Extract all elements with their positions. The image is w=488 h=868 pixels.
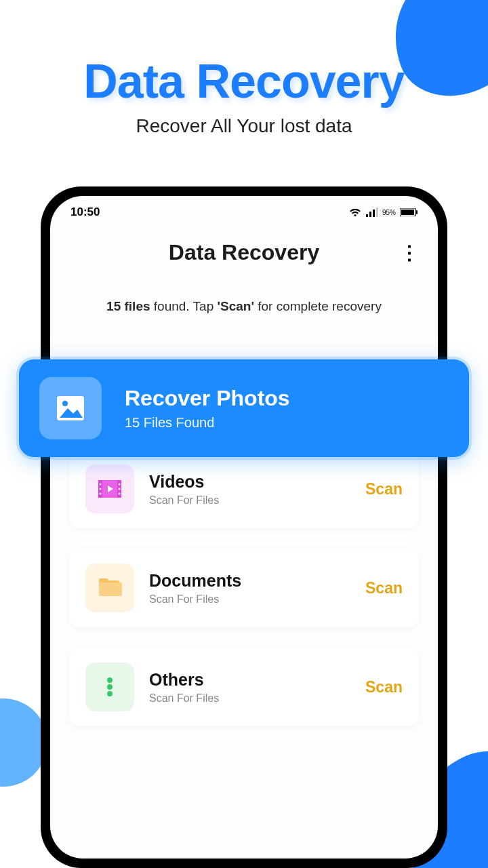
svg-point-12 (100, 493, 102, 495)
wifi-icon (348, 208, 362, 218)
phone-screen: 10:50 95% Data Recovery ⋮ 15 files found… (50, 196, 438, 859)
svg-rect-2 (373, 210, 375, 217)
card-title: Documents (149, 571, 365, 591)
scan-button[interactable]: Scan (365, 678, 403, 696)
info-mid: found. Tap (150, 299, 218, 313)
highlight-body: Recover Photos 15 Files Found (125, 386, 290, 431)
scan-button[interactable]: Scan (365, 579, 403, 597)
svg-rect-0 (366, 214, 368, 217)
svg-rect-3 (376, 208, 378, 217)
svg-point-18 (107, 691, 113, 696)
svg-point-16 (107, 677, 113, 683)
card-others[interactable]: Others Scan For Files Scan (69, 648, 419, 726)
card-sub: Scan For Files (149, 494, 365, 507)
dots-icon (85, 663, 134, 711)
svg-rect-1 (369, 212, 371, 217)
info-end: for complete recovery (254, 299, 382, 313)
card-title: Others (149, 670, 365, 690)
svg-point-14 (119, 488, 121, 490)
svg-point-20 (62, 401, 68, 406)
svg-rect-5 (401, 210, 414, 215)
card-title: Videos (149, 472, 365, 492)
card-sub: Scan For Files (149, 692, 365, 705)
app-header: Data Recovery ⋮ (50, 223, 438, 282)
status-right: 95% (348, 208, 418, 218)
status-bar: 10:50 95% (50, 196, 438, 223)
hero-title: Data Recovery (0, 54, 488, 108)
svg-point-13 (119, 484, 121, 486)
card-body: Videos Scan For Files (149, 472, 365, 507)
app-title: Data Recovery (169, 240, 319, 265)
svg-point-15 (119, 493, 121, 495)
info-text: 15 files found. Tap 'Scan' for complete … (50, 282, 438, 334)
info-scan-word: 'Scan' (217, 299, 253, 313)
card-body: Documents Scan For Files (149, 571, 365, 606)
card-videos[interactable]: Videos Scan For Files Scan (69, 450, 419, 528)
signal-icon (366, 208, 378, 217)
highlight-title: Recover Photos (125, 386, 290, 411)
highlight-sub: 15 Files Found (125, 415, 290, 431)
status-time: 10:50 (70, 205, 100, 219)
svg-rect-6 (416, 210, 418, 214)
card-photos-highlight[interactable]: Recover Photos 15 Files Found (19, 359, 469, 457)
photo-icon (39, 377, 102, 439)
svg-point-11 (100, 488, 102, 490)
phone-frame: 10:50 95% Data Recovery ⋮ 15 files found… (41, 186, 447, 868)
more-menu-icon[interactable]: ⋮ (400, 241, 419, 264)
svg-point-17 (107, 684, 113, 690)
hero-subtitle: Recover All Your lost data (0, 115, 488, 137)
video-icon (85, 465, 134, 513)
folder-icon (85, 564, 134, 612)
info-files-count: 15 files (106, 299, 150, 313)
card-documents[interactable]: Documents Scan For Files Scan (69, 549, 419, 627)
card-body: Others Scan For Files (149, 670, 365, 705)
battery-percent: 95% (382, 209, 396, 216)
hero: Data Recovery Recover All Your lost data (0, 0, 488, 137)
battery-icon (400, 208, 418, 216)
svg-point-10 (100, 484, 102, 486)
scan-button[interactable]: Scan (365, 480, 403, 498)
card-sub: Scan For Files (149, 593, 365, 606)
